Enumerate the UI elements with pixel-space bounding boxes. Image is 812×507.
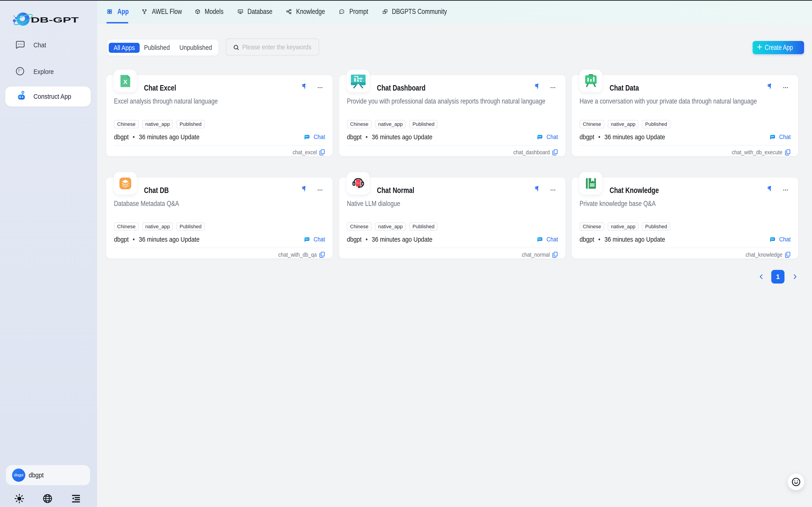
svg-text:SQL: SQL bbox=[239, 10, 242, 12]
svg-text:DB-GPT: DB-GPT bbox=[31, 15, 79, 24]
svg-text:X: X bbox=[123, 78, 127, 85]
